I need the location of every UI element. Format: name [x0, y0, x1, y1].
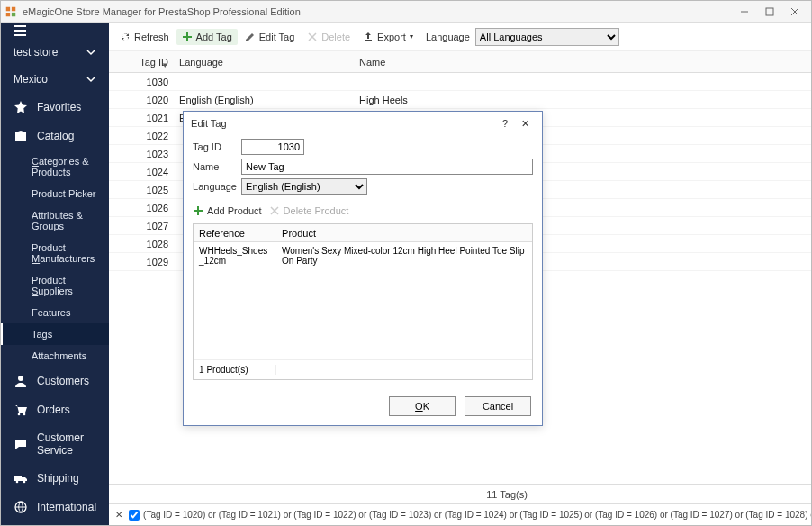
dialog-toolbar: Add Product Delete Product [184, 202, 542, 220]
window-title: eMagicOne Store Manager for PrestaShop P… [23, 6, 732, 17]
store-name: test store [14, 46, 58, 59]
edit-tag-dialog: Edit Tag ? ✕ Tag ID Name Language Englis… [183, 111, 543, 426]
cell-tag-id: 1026 [109, 203, 174, 213]
nav-international[interactable]: International [1, 493, 109, 521]
product-row[interactable]: WHHeels_Shoes_12cmWomen's Sexy Mixed-col… [194, 242, 532, 269]
grid-header: Tag ID▼ Language Name Products [109, 51, 812, 73]
name-input[interactable] [241, 159, 533, 175]
table-row[interactable]: 1020English (English)High Heels0 [109, 91, 812, 109]
edit-tag-label: Edit Tag [259, 32, 295, 42]
svg-point-2 [18, 413, 21, 416]
window-maximize[interactable] [757, 4, 782, 20]
product-table-footer: 1 Product(s) [194, 359, 532, 379]
person-icon [14, 374, 28, 388]
window-close[interactable] [782, 4, 807, 20]
product-table-body[interactable]: WHHeels_Shoes_12cmWomen's Sexy Mixed-col… [194, 242, 532, 359]
delete-button[interactable]: Delete [302, 29, 356, 45]
star-icon [14, 100, 28, 114]
sub-features[interactable]: Features [1, 302, 109, 323]
export-button[interactable]: Export ▾ [357, 29, 419, 45]
status-bar: 11 Tag(s) [109, 484, 812, 503]
plus-icon [182, 32, 193, 42]
main-toolbar: Refresh Add Tag Edit Tag Delete Export ▾… [109, 23, 812, 51]
country-selector[interactable]: Mexico [1, 66, 109, 93]
filter-expression: (Tag ID = 1020) or (Tag ID = 1021) or (T… [143, 510, 812, 520]
svg-point-3 [23, 413, 26, 416]
sub-tags[interactable]: Tags [1, 323, 109, 345]
sub-categories-products[interactable]: Categories & Products [1, 150, 109, 183]
nav-catalog[interactable]: Catalog [1, 122, 109, 150]
nav-favorites[interactable]: Favorites [1, 93, 109, 122]
product-count: 1 Product(s) [194, 365, 276, 375]
nav-orders[interactable]: Orders [1, 395, 109, 424]
hamburger-button[interactable] [1, 23, 109, 39]
svg-point-1 [18, 376, 23, 381]
col-language[interactable]: Language [174, 57, 354, 68]
nav-customer-service[interactable]: Customer Service [1, 424, 109, 464]
col-reference[interactable]: Reference [194, 228, 276, 239]
sidebar: test store Mexico Favorites Catalog Cate… [1, 23, 109, 525]
cell-tag-id: 1027 [109, 221, 174, 231]
sub-product-suppliers[interactable]: Product Suppliers [1, 269, 109, 302]
sub-product-picker[interactable]: Product Picker [1, 183, 109, 204]
nav-label: International [37, 501, 96, 513]
add-tag-label: Add Tag [196, 32, 232, 42]
refresh-label: Refresh [134, 32, 169, 42]
globe-icon [14, 500, 28, 514]
cell-tag-id: 1030 [109, 77, 174, 87]
table-row[interactable]: 1030 [109, 73, 812, 91]
add-product-button[interactable]: Add Product [193, 205, 262, 216]
dialog-buttons: OK Cancel [184, 380, 542, 425]
edit-tag-button[interactable]: Edit Tag [239, 29, 301, 45]
col-product[interactable]: Product [276, 228, 532, 239]
cell-reference: WHHeels_Shoes_12cm [194, 246, 276, 266]
nav-reports[interactable]: Reports [1, 521, 109, 526]
tag-id-label: Tag ID [193, 141, 241, 152]
dialog-product-table: Reference Product WHHeels_Shoes_12cmWome… [193, 223, 533, 380]
sub-attributes-groups[interactable]: Attributes & Groups [1, 204, 109, 237]
sub-attachments[interactable]: Attachments [1, 345, 109, 367]
cell-tag-id: 1020 [109, 95, 174, 105]
cancel-button[interactable]: Cancel [465, 396, 531, 416]
titlebar: eMagicOne Store Manager for PrestaShop P… [1, 1, 811, 23]
language-select-dialog[interactable]: English (English) [241, 178, 367, 195]
nav-label: Catalog [37, 130, 74, 142]
nav-label: Shipping [37, 472, 79, 485]
tag-id-input[interactable] [241, 139, 304, 155]
nav-shipping[interactable]: Shipping [1, 464, 109, 493]
sub-product-manufacturers[interactable]: Product Manufacturers [1, 237, 109, 269]
delete-product-button[interactable]: Delete Product [269, 205, 349, 216]
col-tag-id[interactable]: Tag ID▼ [109, 57, 174, 68]
plus-icon [193, 205, 203, 216]
product-table-header: Reference Product [194, 224, 532, 242]
name-label: Name [193, 161, 241, 172]
chevron-down-icon [86, 74, 96, 85]
col-name[interactable]: Name [354, 57, 812, 68]
delete-label: Delete [321, 32, 350, 42]
filter-clear-button[interactable]: ✕ [113, 510, 125, 520]
nav-label: Favorites [37, 101, 81, 113]
nav-label: Customers [37, 375, 89, 387]
store-selector[interactable]: test store [1, 39, 109, 66]
sort-desc-icon: ▼ [161, 61, 168, 69]
window-minimize[interactable] [732, 4, 757, 20]
nav-label: Customer Service [37, 431, 96, 457]
cell-tag-id: 1021 [109, 113, 174, 123]
dialog-close-button[interactable]: ✕ [515, 118, 535, 130]
cell-tag-id: 1028 [109, 239, 174, 249]
cart-icon [14, 403, 28, 417]
filter-enable-checkbox[interactable] [129, 510, 140, 521]
ok-button[interactable]: OK [389, 396, 456, 416]
add-tag-button[interactable]: Add Tag [176, 29, 238, 45]
pencil-icon [245, 32, 256, 42]
catalog-icon [14, 129, 28, 143]
refresh-button[interactable]: Refresh [114, 29, 175, 45]
dialog-help-button[interactable]: ? [495, 118, 515, 129]
nav-label: Orders [37, 404, 70, 416]
cell-product: Women's Sexy Mixed-color 12cm High Heel … [276, 246, 532, 266]
language-select[interactable]: All Languages [475, 28, 619, 46]
nav-customers[interactable]: Customers [1, 367, 109, 395]
dialog-form: Tag ID Name Language English (English) [184, 135, 542, 202]
cell-name: High Heels [354, 95, 812, 105]
language-label: Language [193, 181, 241, 192]
